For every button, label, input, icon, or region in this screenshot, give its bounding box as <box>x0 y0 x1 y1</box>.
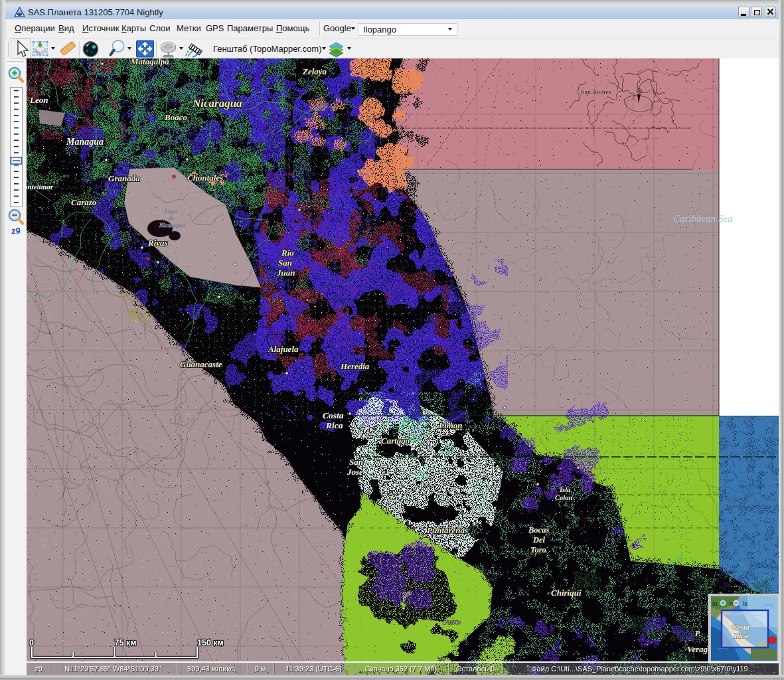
svg-text:Matagalpa: Matagalpa <box>130 58 169 66</box>
svg-text:Cartago: Cartago <box>381 436 410 446</box>
svg-text:0: 0 <box>29 638 34 647</box>
svg-text:Lago: Lago <box>164 208 177 214</box>
svg-text:Nicaragua: Nicaragua <box>159 222 185 228</box>
svg-text:Carazo: Carazo <box>71 197 97 207</box>
svg-text:Caribbean Sea: Caribbean Sea <box>673 213 733 224</box>
svg-text:150 км: 150 км <box>197 638 224 647</box>
svg-text:3: 3 <box>769 600 773 608</box>
svg-text:Managua: Managua <box>66 137 104 147</box>
svg-text:z9: z9 <box>11 226 21 236</box>
svg-text:la: la <box>743 600 747 607</box>
svg-text:Limon: Limon <box>438 420 462 430</box>
svg-text:Chiriqui: Chiriqui <box>551 588 582 598</box>
svg-text:Nicaragua: Nicaragua <box>192 97 242 110</box>
svg-text:San Andres: San Andres <box>581 88 611 96</box>
svg-text:P.: P. <box>695 629 701 638</box>
svg-text:Rivas: Rivas <box>147 238 168 248</box>
svg-text:Bocas: Bocas <box>528 525 549 535</box>
svg-text:San: San <box>349 457 363 467</box>
svg-text:Leon: Leon <box>29 95 48 105</box>
svg-text:Puntarenas: Puntarenas <box>427 525 468 535</box>
svg-text:Costa: Costa <box>323 410 344 420</box>
svg-text:de: de <box>169 214 175 221</box>
svg-text:Del: Del <box>532 535 546 545</box>
svg-text:n: n <box>730 600 733 607</box>
svg-text:ontelimar: ontelimar <box>27 183 54 191</box>
svg-text:Jose: Jose <box>347 467 363 477</box>
svg-text:Chontales: Chontales <box>187 173 223 183</box>
svg-text:ta: ta <box>712 600 718 607</box>
svg-text:Toro: Toro <box>530 545 546 554</box>
svg-text:Rica: Rica <box>325 420 343 430</box>
svg-text:Zelaya: Zelaya <box>302 66 327 76</box>
svg-text:Granada: Granada <box>108 173 140 183</box>
svg-text:Heredia: Heredia <box>340 361 370 371</box>
svg-text:Rio: Rio <box>281 248 294 258</box>
svg-text:Alajuela: Alajuela <box>268 344 299 354</box>
svg-text:San: San <box>278 258 292 268</box>
svg-text:Juan: Juan <box>276 268 295 278</box>
svg-text:75 км: 75 км <box>115 638 137 647</box>
svg-text:Boaco: Boaco <box>164 112 187 122</box>
svg-text:Colon: Colon <box>555 494 572 501</box>
svg-text:Puerto: Puerto <box>443 619 461 626</box>
svg-text:Costa: Costa <box>732 623 749 631</box>
svg-text:Guanacaste: Guanacaste <box>180 359 222 369</box>
svg-text:Isla: Isla <box>559 486 570 493</box>
svg-text:Rica: Rica <box>734 632 748 639</box>
